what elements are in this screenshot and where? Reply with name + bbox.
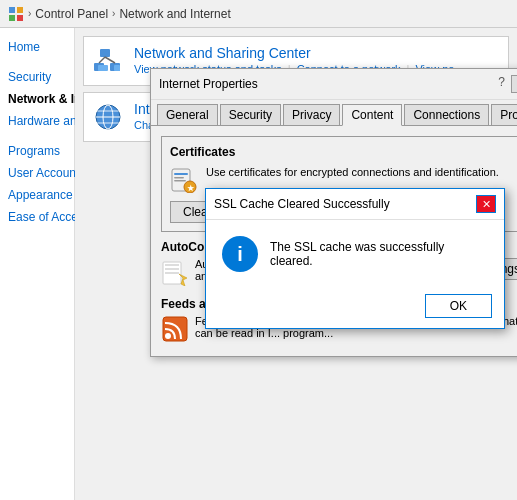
svg-text:★: ★ bbox=[187, 184, 195, 193]
svg-rect-19 bbox=[174, 180, 186, 182]
ssl-ok-button[interactable]: OK bbox=[425, 294, 492, 318]
ssl-cache-dialog[interactable]: SSL Cache Cleared Successfully ✕ i The S… bbox=[205, 188, 505, 329]
network-sharing-title[interactable]: Network and Sharing Center bbox=[134, 45, 464, 61]
tab-general[interactable]: General bbox=[157, 104, 218, 125]
tab-security[interactable]: Security bbox=[220, 104, 281, 125]
svg-rect-9 bbox=[98, 65, 108, 71]
breadcrumb-network-internet[interactable]: Network and Internet bbox=[119, 7, 230, 21]
help-icon: ? bbox=[498, 75, 505, 93]
sidebar-item-region[interactable]: Appearance and Region bbox=[0, 184, 74, 206]
svg-rect-25 bbox=[165, 272, 179, 274]
certificates-description: Use certificates for encrypted connectio… bbox=[206, 165, 499, 180]
svg-line-7 bbox=[99, 57, 105, 63]
tab-privacy[interactable]: Privacy bbox=[283, 104, 340, 125]
certificates-title: Certificates bbox=[170, 145, 517, 159]
svg-line-8 bbox=[105, 57, 115, 63]
svg-rect-18 bbox=[174, 177, 184, 179]
content-area: Network and Sharing Center View network … bbox=[75, 28, 517, 500]
svg-rect-10 bbox=[114, 65, 120, 71]
tab-content[interactable]: Content bbox=[342, 104, 402, 126]
breadcrumb-control-panel[interactable]: Control Panel bbox=[35, 7, 108, 21]
internet-properties-titlebar: Internet Properties ? ✕ bbox=[151, 69, 517, 100]
sidebar-item-ease[interactable]: Ease of Access bbox=[0, 206, 74, 228]
internet-properties-title: Internet Properties bbox=[159, 77, 258, 91]
sidebar-item-security[interactable]: Security bbox=[0, 66, 74, 88]
breadcrumb-separator-1: › bbox=[28, 8, 31, 19]
tab-connections[interactable]: Connections bbox=[404, 104, 489, 125]
svg-rect-1 bbox=[17, 7, 23, 13]
ssl-message: The SSL cache was successfully cleared. bbox=[270, 240, 488, 268]
dialog-close-button[interactable]: ✕ bbox=[511, 75, 517, 93]
network-sharing-icon bbox=[92, 45, 124, 77]
ssl-info-icon: i bbox=[222, 236, 258, 272]
sidebar-item-home[interactable]: Home bbox=[0, 36, 74, 58]
breadcrumb-separator-2: › bbox=[112, 8, 115, 19]
internet-options-icon bbox=[92, 101, 124, 133]
ssl-footer: OK bbox=[206, 288, 504, 328]
svg-rect-0 bbox=[9, 7, 15, 13]
sidebar-item-programs[interactable]: Programs bbox=[0, 140, 74, 162]
ssl-body: i The SSL cache was successfully cleared… bbox=[206, 220, 504, 288]
autocomplete-icon bbox=[161, 258, 189, 289]
ssl-titlebar: SSL Cache Cleared Successfully ✕ bbox=[206, 189, 504, 220]
feeds-icon bbox=[161, 315, 189, 346]
breadcrumb-bar: › Control Panel › Network and Internet bbox=[0, 0, 517, 28]
sidebar: Home Security Network & Internet Hardwar… bbox=[0, 28, 75, 500]
control-panel-icon bbox=[8, 6, 24, 22]
ssl-close-button[interactable]: ✕ bbox=[476, 195, 496, 213]
svg-rect-23 bbox=[165, 264, 179, 266]
certificate-icon: ★ bbox=[170, 165, 198, 193]
sidebar-item-hardware[interactable]: Hardware and Sound bbox=[0, 110, 74, 132]
svg-rect-24 bbox=[165, 268, 179, 270]
svg-rect-3 bbox=[17, 15, 23, 21]
tab-programs[interactable]: Programs bbox=[491, 104, 517, 125]
svg-rect-4 bbox=[100, 49, 110, 57]
ssl-dialog-title: SSL Cache Cleared Successfully bbox=[214, 197, 390, 211]
svg-rect-17 bbox=[174, 173, 188, 175]
svg-rect-2 bbox=[9, 15, 15, 21]
sidebar-item-user-accounts[interactable]: User Accounts bbox=[0, 162, 74, 184]
sidebar-item-network[interactable]: Network & Internet bbox=[0, 88, 74, 110]
dialog-window-controls: ? ✕ bbox=[498, 75, 517, 93]
tab-bar: General Security Privacy Content Connect… bbox=[151, 100, 517, 126]
